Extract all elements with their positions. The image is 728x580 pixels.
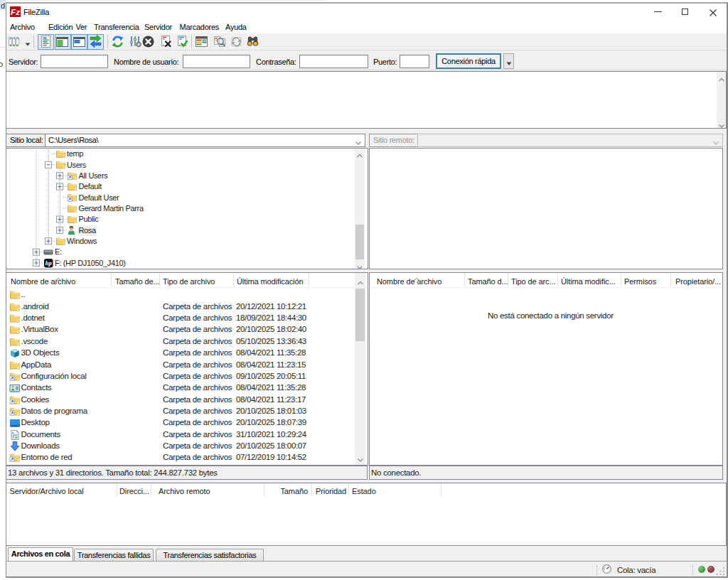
svg-text:Fz: Fz: [11, 8, 20, 16]
svg-text:All Users: All Users: [79, 171, 109, 180]
svg-text:Windows: Windows: [67, 237, 97, 245]
svg-text:Gerard Martin Parra: Gerard Martin Parra: [79, 204, 144, 213]
svg-text:E:: E:: [55, 247, 62, 256]
svg-text:Users: Users: [67, 161, 87, 169]
svg-text:Public: Public: [79, 215, 100, 223]
svg-text:temp: temp: [67, 149, 83, 158]
svg-text:F: (HP DJ1050_J410): F: (HP DJ1050_J410): [55, 259, 126, 267]
svg-text:hp: hp: [46, 259, 52, 267]
svg-text:Rosa: Rosa: [79, 226, 97, 235]
svg-text:Default User: Default User: [79, 193, 120, 202]
svg-text:Default: Default: [79, 182, 102, 190]
